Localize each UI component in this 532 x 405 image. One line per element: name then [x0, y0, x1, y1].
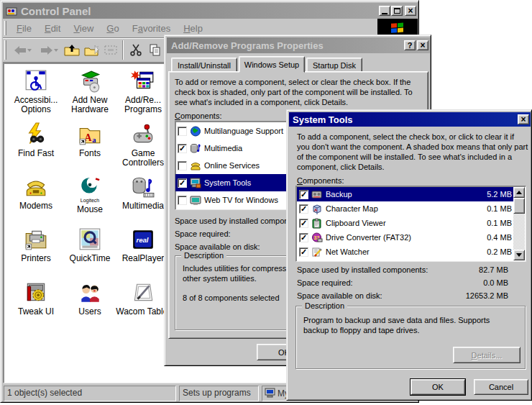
icon-add-remove-programs[interactable]: Add/Re... Programs	[116, 69, 170, 114]
copy-button[interactable]	[145, 41, 165, 60]
dialog-title: Add/Remove Programs Properties	[171, 40, 324, 51]
checkbox[interactable]: ✓	[299, 219, 308, 228]
checkbox[interactable]: ✓	[178, 144, 187, 153]
cut-button[interactable]	[126, 41, 145, 60]
back-button[interactable]	[10, 41, 36, 60]
icon-label: Game Controllers	[116, 149, 170, 168]
icon-label: Tweak UI	[9, 307, 63, 317]
users-icon	[78, 281, 102, 305]
space-used-row: Space used by installed components:82.7 …	[297, 265, 508, 274]
multimedia-icon	[190, 143, 201, 154]
toolbar-grip[interactable]	[4, 40, 6, 60]
close-button[interactable]: ×	[518, 114, 529, 124]
forward-button[interactable]	[36, 41, 62, 60]
icon-fonts[interactable]: Aa Fonts	[63, 122, 117, 158]
description-title: Description	[181, 251, 226, 260]
instructions: To add a component, select the check box…	[297, 132, 528, 172]
control-panel-titlebar[interactable]: Control Panel ×	[3, 3, 418, 19]
checkbox[interactable]: ✓	[299, 190, 308, 199]
components-label: Components:	[175, 112, 221, 120]
checkbox[interactable]: ✓	[299, 233, 308, 242]
disconnect-drive-button[interactable]	[101, 41, 120, 60]
scroll-thumb[interactable]	[513, 198, 525, 214]
setup-instructions: To add or remove a component, select or …	[175, 77, 423, 107]
icon-find-fast[interactable]: Find Fast	[9, 122, 63, 158]
net-watcher-icon	[311, 247, 323, 258]
space-required-row: Space required:0.0 MB	[297, 278, 508, 287]
checkbox[interactable]: ✓	[299, 204, 308, 214]
cancel-button[interactable]: Cancel	[474, 379, 528, 395]
component-row[interactable]: ✓ Net Watcher 0.2 MB	[297, 245, 513, 259]
add-new-hardware-icon	[78, 69, 102, 94]
control-panel-icon	[6, 5, 17, 17]
clipboard-viewer-icon	[311, 218, 323, 229]
components-label: Components:	[297, 176, 344, 185]
tab-install-uninstall[interactable]: Install/Uninstall	[171, 58, 237, 72]
desktop: Control Panel × File Edit View Go Favori…	[0, 0, 532, 405]
checkbox[interactable]	[178, 161, 187, 170]
system-tools-titlebar[interactable]: System Tools ×	[289, 112, 531, 127]
icon-quicktime[interactable]: QuickTime	[63, 227, 117, 263]
up-folder-button[interactable]	[62, 41, 81, 60]
menu-edit[interactable]: Edit	[38, 22, 67, 35]
scroll-down-button[interactable]	[513, 250, 525, 260]
menu-view[interactable]: View	[67, 22, 100, 35]
icon-label: Modems	[9, 201, 63, 211]
icon-label: Add New Hardware	[63, 96, 117, 114]
close-button[interactable]: ×	[417, 40, 428, 50]
add-remove-titlebar[interactable]: Add/Remove Programs Properties ? ×	[167, 37, 430, 53]
icon-accessibility-options[interactable]: Accessibi... Options	[9, 69, 63, 114]
checkbox[interactable]: ✓	[178, 178, 187, 188]
icon-label: Printers	[9, 254, 63, 263]
tab-windows-setup[interactable]: Windows Setup	[239, 56, 305, 73]
svg-text:real: real	[136, 236, 148, 244]
system-tools-icon	[190, 178, 201, 188]
menu-go[interactable]: Go	[100, 22, 125, 35]
description-groupbox: Description Program to backup and save d…	[295, 306, 526, 369]
menu-help[interactable]: Help	[177, 22, 209, 35]
icon-game-controllers[interactable]: Game Controllers	[116, 122, 170, 168]
icon-wacom-tablet[interactable]: Wacom Tablet	[116, 281, 170, 317]
backup-icon	[311, 189, 323, 200]
icon-realplayer[interactable]: real RealPlayer	[116, 227, 170, 263]
menu-file[interactable]: File	[10, 22, 38, 35]
icon-mouse[interactable]: Logitech Mouse	[63, 175, 117, 214]
menu-favorites[interactable]: Favorites	[126, 22, 177, 35]
icon-label: Wacom Tablet	[116, 307, 170, 317]
map-drive-button[interactable]	[81, 41, 101, 60]
checkbox[interactable]	[178, 196, 187, 205]
close-button[interactable]: ×	[405, 6, 416, 16]
add-remove-programs-icon	[131, 69, 155, 94]
ok-button[interactable]: OK	[411, 379, 465, 395]
icon-multimedia[interactable]: Multimedia	[116, 175, 170, 211]
icon-add-new-hardware[interactable]: Add New Hardware	[63, 69, 117, 114]
component-row[interactable]: ✓ Clipboard Viewer 0.1 MB	[297, 216, 513, 230]
minimize-button[interactable]	[379, 6, 390, 16]
scrollbar[interactable]	[513, 187, 525, 260]
printers-icon	[24, 227, 48, 252]
component-row[interactable]: ✓ 32 Drive Converter (FAT32) 0.4 MB	[297, 230, 513, 245]
icon-modems[interactable]: Modems	[9, 175, 63, 211]
svg-text:A: A	[314, 208, 318, 212]
description-text: Program to backup and save data and file…	[303, 315, 516, 335]
checkbox[interactable]	[178, 127, 187, 136]
icon-label: Multimedia	[116, 201, 170, 211]
component-row-selected[interactable]: ✓ Backup 5.2 MB	[297, 187, 513, 201]
icon-label: Add/Re... Programs	[116, 96, 170, 114]
tab-startup-disk[interactable]: Startup Disk	[306, 58, 362, 72]
menubar-grip[interactable]	[4, 21, 6, 35]
icon-printers[interactable]: Printers	[9, 227, 63, 263]
help-button[interactable]: ?	[404, 40, 416, 50]
checkbox[interactable]: ✓	[299, 247, 308, 257]
scroll-up-button[interactable]	[513, 187, 525, 198]
game-controllers-icon	[131, 122, 155, 147]
components-listbox[interactable]: ✓ Backup 5.2 MB ✓ A Character Map 0.1 MB…	[295, 186, 526, 262]
drive-converter-icon: 32	[311, 232, 323, 243]
description-title: Description	[302, 301, 347, 310]
component-row[interactable]: ✓ A Character Map 0.1 MB	[297, 201, 513, 216]
svg-text:a: a	[92, 136, 96, 144]
icon-users[interactable]: Users	[63, 281, 117, 317]
details-button[interactable]: Details...	[453, 347, 520, 363]
maximize-button[interactable]	[391, 6, 403, 16]
icon-tweak-ui[interactable]: Tweak UI	[9, 281, 63, 317]
